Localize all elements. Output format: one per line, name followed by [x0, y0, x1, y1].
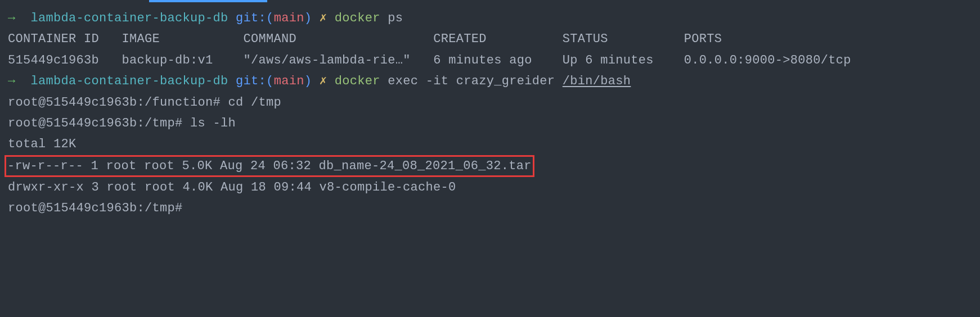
prompt-line-2: → lambda-container-backup-db git:(main) … [8, 71, 972, 92]
col-image: IMAGE [122, 32, 160, 46]
prompt-line-1: → lambda-container-backup-db git:(main) … [8, 8, 972, 29]
arrow-icon: → [8, 11, 16, 25]
cell-container-id: 515449c1963b [8, 53, 99, 67]
highlighted-line: -rw-r--r-- 1 root root 5.0K Aug 24 06:32… [8, 155, 972, 177]
cell-image: backup-db:v1 [122, 53, 213, 67]
git-branch: main [274, 11, 304, 25]
arrow-icon: → [8, 74, 16, 88]
active-tab-indicator [149, 0, 267, 2]
git-close: ) [304, 11, 312, 25]
col-container-id: CONTAINER ID [8, 32, 99, 46]
highlight-box: -rw-r--r-- 1 root root 5.0K Aug 24 06:32… [5, 155, 534, 177]
cell-ports: 0.0.0.0:9000->8080/tcp [684, 53, 851, 67]
command: docker [335, 11, 380, 25]
col-created: CREATED [433, 32, 487, 46]
command-args: ps [388, 11, 403, 25]
cwd: lambda-container-backup-db [31, 74, 228, 88]
cwd: lambda-container-backup-db [31, 11, 228, 25]
shell-line: root@515449c1963b:/tmp# ls -lh [8, 113, 972, 134]
col-status: STATUS [563, 32, 608, 46]
dirty-mark-icon: ✗ [320, 11, 327, 25]
shell-line: root@515449c1963b:/function# cd /tmp [8, 92, 972, 113]
shell-prompt: root@515449c1963b:/tmp# [8, 198, 972, 219]
cell-command: "/aws/aws-lambda-rie…" [244, 53, 411, 67]
cell-created: 6 minutes ago [433, 53, 532, 67]
shell-line: total 12K [8, 134, 972, 155]
git-close: ) [304, 74, 312, 88]
dirty-mark-icon: ✗ [320, 74, 327, 88]
git-branch: main [274, 74, 304, 88]
cell-status: Up 6 minutes [563, 53, 654, 67]
command-args: exec -it crazy_greider [388, 74, 563, 88]
command: docker [335, 74, 380, 88]
ps-header-row: CONTAINER ID IMAGE COMMAND CREATED STATU… [8, 29, 972, 49]
git-label: git:( [236, 11, 274, 25]
ps-data-row: 515449c1963b backup-db:v1 "/aws/aws-lamb… [8, 50, 972, 71]
git-label: git:( [236, 74, 274, 88]
col-command: COMMAND [244, 32, 297, 46]
shell-line: drwxr-xr-x 3 root root 4.0K Aug 18 09:44… [8, 177, 972, 198]
terminal-output[interactable]: → lambda-container-backup-db git:(main) … [0, 0, 980, 227]
command-path: /bin/bash [563, 74, 631, 88]
col-ports: PORTS [684, 32, 722, 46]
